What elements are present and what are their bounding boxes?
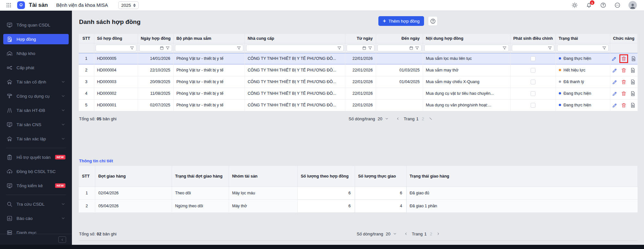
cell-asset-group[interactable]: Máy thở <box>229 200 297 212</box>
cell-batch-status[interactable]: Ngừng theo dõi <box>172 200 229 212</box>
cell-batch[interactable]: 05/04/2026 <box>95 200 172 212</box>
edit-contract-button[interactable] <box>612 91 617 96</box>
notifications-bell-icon[interactable]: 1 <box>586 2 592 8</box>
cell-to-date[interactable] <box>376 88 423 99</box>
view-document-button[interactable] <box>630 79 636 85</box>
content-filter-input[interactable] <box>424 45 509 51</box>
sidebar-item-dong-bo-csdl-tsc[interactable]: Đồng bộ CSDL TSC <box>3 166 69 177</box>
year-spinner-icon[interactable] <box>133 4 136 7</box>
sidebar-item-tai-san-co-dinh[interactable]: Tài sản cố định <box>3 77 69 87</box>
cell-from-date[interactable]: 22/01/2026 <box>345 53 376 64</box>
cell-to-date[interactable] <box>376 53 423 64</box>
cell-department[interactable]: Phòng Vật tư - thiết bị y tế <box>173 53 245 64</box>
cell-supplier[interactable]: CÔNG TY TNHH THIẾT BỊ Y TẾ PHƯƠNG ĐÔ... <box>245 99 345 111</box>
cell-contract-no[interactable]: HD000001 <box>94 99 138 111</box>
adjustment-filter-input[interactable] <box>512 45 554 51</box>
delete-contract-button[interactable] <box>621 79 627 85</box>
cell-department[interactable]: Phòng Vật tư - thiết bị y tế <box>173 88 245 99</box>
cell-stt[interactable]: 2 <box>79 200 95 212</box>
contract-date-filter-input[interactable] <box>139 45 172 51</box>
cell-to-date[interactable] <box>376 99 423 111</box>
contract-no-filter-input[interactable] <box>96 45 136 51</box>
page-number-2[interactable]: 2 <box>430 232 432 236</box>
cell-contract-no[interactable]: HD000003 <box>94 76 138 88</box>
rows-per-page-dropdown-icon[interactable] <box>393 232 397 236</box>
edit-contract-button[interactable] <box>612 68 617 73</box>
sidebar-item-nhap-kho[interactable]: Nhập kho <box>3 48 69 59</box>
supplier-filter-input[interactable] <box>246 45 344 51</box>
view-document-button[interactable] <box>631 56 636 61</box>
cell-to-date[interactable]: 01/04/2025 <box>376 76 423 88</box>
status-filter-input[interactable] <box>557 45 609 51</box>
cell-contract-date[interactable]: 02/07/2025 <box>138 99 173 111</box>
cell-contract-no[interactable]: HD000004 <box>94 64 138 76</box>
cell-contract-date[interactable]: 14/01/2026 <box>138 53 173 64</box>
page-help-button[interactable] <box>428 16 438 26</box>
cell-qty-contract[interactable]: 6 <box>297 187 355 200</box>
more-options-icon[interactable] <box>614 2 621 8</box>
cell-status[interactable]: Đã thanh lý <box>556 76 610 88</box>
page-number-1[interactable]: 1 <box>416 116 419 121</box>
view-document-button[interactable] <box>630 91 636 96</box>
department-filter-input[interactable] <box>175 45 243 51</box>
rows-per-page-dropdown-icon[interactable] <box>385 117 389 121</box>
app-launcher-icon[interactable] <box>5 2 12 9</box>
cell-stt[interactable]: 1 <box>79 53 94 64</box>
rows-per-page-value[interactable]: 20 <box>378 116 382 121</box>
cell-contract-no[interactable]: HD000002 <box>94 88 138 99</box>
to-date-filter-input[interactable] <box>377 45 421 51</box>
cell-delivery-status[interactable]: Đã giao đủ <box>406 187 638 200</box>
prev-page-icon[interactable] <box>396 117 400 121</box>
cell-stt[interactable]: 2 <box>79 64 94 76</box>
cell-department[interactable]: Phòng Vật tư - thiết bị y tế <box>173 76 245 88</box>
cell-qty-delivered[interactable]: 6 <box>355 187 406 200</box>
next-page-icon[interactable] <box>428 117 432 121</box>
user-avatar[interactable] <box>628 1 637 9</box>
cell-from-date[interactable]: 22/01/2026 <box>345 88 376 99</box>
cell-from-date[interactable]: 22/01/2026 <box>345 76 376 88</box>
year-selector[interactable]: 2025 <box>118 1 139 9</box>
cell-contract-date[interactable]: 20/09/2025 <box>138 76 173 88</box>
cell-contract-no[interactable]: HD000005 <box>94 53 138 64</box>
cell-supplier[interactable]: CÔNG TY TNHH THIẾT BỊ Y TẾ PHƯƠNG ĐÔ... <box>245 53 345 64</box>
cell-content[interactable]: Mua dụng cụ vật tư tiêu hao chuyên... <box>423 88 510 99</box>
cell-batch-status[interactable]: Theo dõi <box>172 187 229 200</box>
edit-contract-button[interactable] <box>611 56 617 61</box>
cell-from-date[interactable]: 22/01/2026 <box>345 64 376 76</box>
adjustment-checkbox[interactable] <box>531 80 535 84</box>
cell-status[interactable]: Hết hiệu lực <box>556 64 610 76</box>
prev-page-icon[interactable] <box>404 232 408 236</box>
view-document-button[interactable] <box>630 68 636 73</box>
sidebar-item-tra-cuu-csdl[interactable]: Tra cứu CSDL <box>3 199 69 209</box>
cell-content[interactable]: Mua dụng cụ văn phòng/sinh hoạt:... <box>423 99 510 111</box>
cell-delivery-status[interactable]: Đã giao 1 phần <box>406 200 638 212</box>
next-page-icon[interactable] <box>436 232 440 236</box>
cell-supplier[interactable]: CÔNG TY TNHH THIẾT BỊ Y TẾ PHƯƠNG ĐÔ... <box>245 76 345 88</box>
edit-contract-button[interactable] <box>612 79 617 85</box>
sidebar-item-ho-tro-quyet-toan[interactable]: Hỗ trợ quyết toán NEW <box>3 152 69 162</box>
cell-content[interactable]: Mua sắm lọc máu liên tục <box>423 53 510 64</box>
sidebar-item-tai-san-cns[interactable]: Tài sản CNS <box>3 119 69 130</box>
sidebar-item-tong-quan-csdl[interactable]: Tổng quan CSDL <box>3 20 69 30</box>
sidebar-item-tong-kiem-ke[interactable]: Tổng kiểm kê NEW <box>3 180 69 191</box>
cell-content[interactable]: Mua sắm may thở <box>423 64 510 76</box>
cell-contract-date[interactable]: 22/10/2025 <box>138 64 173 76</box>
view-document-button[interactable] <box>630 103 636 108</box>
from-date-filter-input[interactable] <box>347 45 374 51</box>
cell-supplier[interactable]: CÔNG TY TNHH THIẾT BỊ Y TẾ PHƯƠNG ĐÔ... <box>245 88 345 99</box>
cell-stt[interactable]: 5 <box>79 99 94 111</box>
sidebar-item-danh-muc[interactable]: Danh mục <box>3 227 69 238</box>
sidebar-item-bao-cao[interactable]: Báo cáo <box>3 213 69 223</box>
adjustment-checkbox[interactable] <box>531 103 535 108</box>
sidebar-item-hop-dong[interactable]: Hợp đồng <box>3 34 69 44</box>
cell-status[interactable]: Đang thực hiện <box>556 99 610 111</box>
rows-per-page-value[interactable]: 20 <box>386 232 390 236</box>
cell-qty-delivered[interactable]: 4 <box>355 200 406 212</box>
add-contract-button[interactable]: + Thêm hợp đồng <box>378 16 424 26</box>
delete-contract-button[interactable] <box>621 103 627 108</box>
cell-stt[interactable]: 1 <box>79 187 95 200</box>
delete-contract-button[interactable] <box>621 56 627 61</box>
cell-content[interactable]: Mua sắm máy chiếu X-Quang <box>423 76 510 88</box>
sidebar-item-tai-san-xac-lap[interactable]: Tài sản xác lập <box>3 134 69 144</box>
page-number-2[interactable]: 2 <box>422 116 424 121</box>
